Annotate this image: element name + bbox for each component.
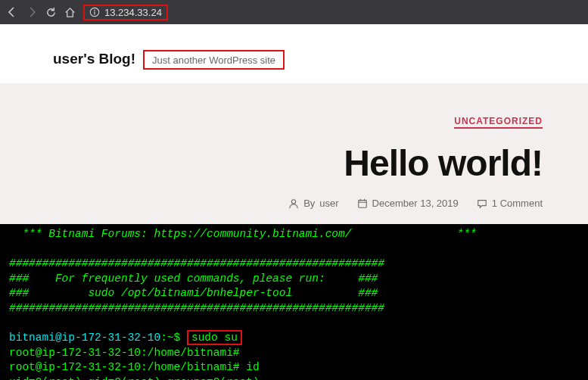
term-bar: ########################################…	[9, 257, 384, 269]
blog-header: user's Blog! Just another WordPress site	[0, 41, 588, 83]
reload-button[interactable]	[45, 7, 57, 18]
author-meta[interactable]: By user	[288, 198, 338, 209]
date-meta[interactable]: December 13, 2019	[357, 198, 459, 209]
back-button[interactable]	[6, 6, 18, 18]
address-text: 13.234.33.24	[104, 7, 162, 18]
info-icon[interactable]	[89, 7, 100, 17]
white-strip	[0, 24, 588, 41]
home-button[interactable]	[64, 7, 76, 18]
term-id-cmd: id	[240, 361, 260, 373]
term-bar2: ########################################…	[9, 302, 384, 314]
forward-button[interactable]	[26, 6, 38, 18]
comment-icon	[477, 198, 487, 209]
post-meta: By user December 13, 2019 1 Comment	[45, 198, 543, 209]
blog-tagline: Just another WordPress site	[152, 55, 275, 66]
term-root1: root@ip-172-31-32-10:/home/bitnami#	[9, 347, 240, 359]
sudo-highlight: sudo su	[187, 330, 242, 345]
sudo-cmd: sudo su	[191, 332, 238, 344]
term-user-prompt: bitnami@ip-172-31-32-10	[9, 332, 160, 344]
category-link[interactable]: UNCATEGORIZED	[454, 116, 543, 129]
term-path: :~$	[160, 332, 187, 344]
post-content: UNCATEGORIZED Hello world! By user Decem…	[0, 83, 588, 224]
term-root2: root@ip-172-31-32-10:/home/bitnami#	[9, 361, 240, 373]
author-by: By	[303, 198, 315, 209]
term-forums: *** Bitnami Forums: https://community.bi…	[9, 228, 477, 240]
user-icon	[288, 198, 299, 209]
comments-meta[interactable]: 1 Comment	[477, 198, 543, 209]
address-bar[interactable]: 13.234.33.24	[83, 5, 582, 20]
term-hint1: ### For frequently used commands, please…	[9, 273, 378, 285]
author-name: user	[319, 198, 338, 209]
post-title: Hello world!	[45, 142, 543, 184]
svg-point-3	[292, 199, 296, 203]
comment-count: 1 Comment	[492, 198, 543, 209]
term-id-out: uid=0(root) gid=0(root) groups=0(root)	[9, 376, 260, 380]
browser-toolbar: 13.234.33.24	[0, 0, 588, 24]
tagline-highlight: Just another WordPress site	[143, 50, 285, 70]
post-date: December 13, 2019	[372, 198, 459, 209]
svg-rect-4	[358, 200, 366, 207]
address-highlight: 13.234.33.24	[83, 5, 168, 20]
blog-title[interactable]: user's Blog!	[53, 51, 135, 67]
term-hint2: ### sudo /opt/bitnami/bnhelper-tool ###	[9, 287, 378, 299]
terminal[interactable]: *** Bitnami Forums: https://community.bi…	[0, 224, 588, 380]
svg-point-1	[94, 10, 95, 11]
calendar-icon	[357, 198, 368, 209]
svg-rect-2	[94, 11, 95, 14]
